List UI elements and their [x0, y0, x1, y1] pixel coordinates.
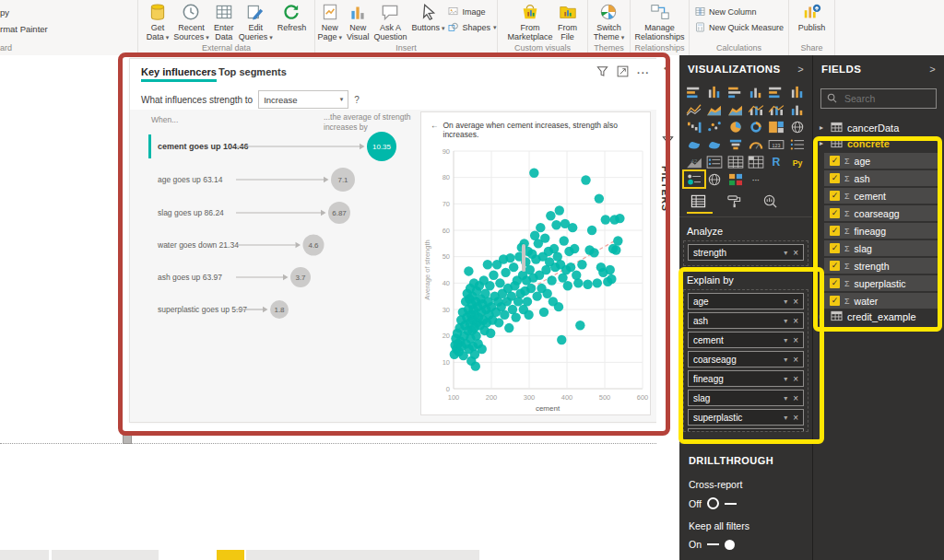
- field-cement[interactable]: ✓Σcement: [824, 188, 938, 204]
- tab-analytics[interactable]: [762, 193, 778, 213]
- data-point[interactable]: [540, 233, 549, 242]
- search-input[interactable]: [843, 92, 938, 105]
- ribbon-button-ask-a-question[interactable]: Ask AQuestion: [372, 2, 408, 43]
- collapse-panel-icon[interactable]: <: [664, 63, 669, 74]
- data-point[interactable]: [495, 278, 504, 287]
- field-pill-cement[interactable]: cement▾×: [688, 332, 804, 348]
- data-point[interactable]: [581, 175, 590, 184]
- data-point[interactable]: [478, 344, 487, 354]
- ribbon-button-recent-sources[interactable]: RecentSources ▾: [171, 2, 211, 43]
- expander-icon[interactable]: ▸: [820, 123, 826, 132]
- data-point[interactable]: [554, 302, 563, 311]
- influencer-label[interactable]: ash goes up 63.97: [158, 273, 222, 282]
- ribbon-button-refresh[interactable]: Refresh: [276, 2, 309, 43]
- field-pill-age[interactable]: age▾×: [688, 293, 804, 309]
- chevron-down-icon[interactable]: ▾: [784, 375, 787, 383]
- data-point[interactable]: [485, 281, 494, 290]
- data-point[interactable]: [505, 253, 514, 262]
- stacked-bar-chart-icon[interactable]: [685, 85, 703, 99]
- filters-funnel-icon[interactable]: [662, 134, 674, 151]
- explain-by-field-well[interactable]: age▾×ash▾×cement▾×coarseagg▾×fineagg▾×sl…: [683, 289, 808, 432]
- visual-filter-icon[interactable]: [596, 64, 608, 81]
- data-point[interactable]: [583, 280, 592, 289]
- ribbon-button-new-column[interactable]: New Column: [694, 6, 784, 18]
- field-pill-fineagg[interactable]: fineagg▾×: [688, 370, 804, 387]
- line-and-clustered-column-chart-icon[interactable]: [767, 102, 785, 116]
- chevron-down-icon[interactable]: ▾: [784, 394, 787, 402]
- data-point[interactable]: [606, 265, 615, 274]
- custom-visual-icon[interactable]: [726, 172, 745, 186]
- data-point[interactable]: [595, 193, 604, 203]
- data-point[interactable]: [568, 223, 577, 232]
- data-point[interactable]: [529, 169, 538, 178]
- ribbon-button-switch-theme[interactable]: SwitchTheme ▾: [592, 2, 626, 43]
- remove-field-icon[interactable]: ×: [793, 316, 798, 326]
- tab-format[interactable]: [726, 193, 742, 213]
- area-chart-icon[interactable]: [705, 102, 724, 116]
- influencer-label[interactable]: cement goes up 104.46: [158, 142, 249, 151]
- key-influencers-icon[interactable]: [685, 172, 703, 186]
- data-point[interactable]: [494, 318, 503, 327]
- stacked-area-chart-icon[interactable]: [726, 102, 745, 116]
- analyze-field-well[interactable]: strength▾×: [683, 240, 808, 266]
- report-canvas[interactable]: Key influencers Top segments ··· What in…: [0, 55, 679, 560]
- influence-direction-select[interactable]: Increase ▾: [258, 90, 348, 109]
- influencer-list-scrollbar[interactable]: [522, 244, 525, 272]
- ribbon-button-from-file[interactable]: FromFile: [556, 2, 580, 43]
- more-options-icon[interactable]: ···: [637, 67, 650, 78]
- data-point[interactable]: [560, 236, 569, 245]
- data-point[interactable]: [524, 310, 533, 320]
- chevron-down-icon[interactable]: ▾: [784, 298, 787, 306]
- data-point[interactable]: [593, 278, 602, 287]
- chevron-down-icon[interactable]: ▾: [784, 336, 787, 344]
- checkbox-checked-icon[interactable]: ✓: [830, 156, 840, 166]
- stacked-column-chart-icon[interactable]: [705, 85, 724, 99]
- filled-map-icon[interactable]: [685, 137, 703, 151]
- data-point[interactable]: [611, 245, 620, 254]
- data-point[interactable]: [501, 268, 510, 277]
- field-ash[interactable]: ✓Σash: [824, 170, 938, 186]
- line-and-stacked-column-chart-icon[interactable]: [747, 102, 765, 116]
- chevron-down-icon[interactable]: ▾: [784, 317, 787, 325]
- 100-stacked-column-chart-icon[interactable]: [788, 85, 807, 99]
- clustered-bar-chart-icon[interactable]: [726, 85, 745, 99]
- python-visual-icon[interactable]: Py: [788, 155, 807, 169]
- data-point[interactable]: [471, 331, 480, 340]
- data-point[interactable]: [509, 262, 518, 272]
- 100-stacked-bar-chart-icon[interactable]: [767, 85, 785, 99]
- remove-field-icon[interactable]: ×: [793, 355, 798, 365]
- ribbon-button-edit-queries[interactable]: EditQueries ▾: [237, 2, 275, 43]
- collapse-right-icon[interactable]: >: [929, 64, 936, 75]
- checkbox-checked-icon[interactable]: ✓: [830, 173, 840, 183]
- ribbon-button-new-visual[interactable]: NewVisual: [345, 2, 371, 43]
- data-point[interactable]: [546, 211, 555, 220]
- funnel-chart-icon[interactable]: [726, 137, 745, 151]
- ribbon-button-get-data[interactable]: GetData ▾: [145, 2, 171, 43]
- selection-resize-handle[interactable]: [123, 435, 132, 444]
- data-point[interactable]: [615, 214, 624, 223]
- table-cancerdata[interactable]: ▸cancerData: [813, 120, 944, 135]
- arcgis-map-icon[interactable]: [705, 172, 724, 186]
- ribbon-button-new-page[interactable]: NewPage ▾: [316, 2, 345, 43]
- data-point[interactable]: [523, 297, 532, 306]
- ribbon-button-enter-data[interactable]: EnterData: [212, 2, 236, 43]
- field-pill-water[interactable]: water▾×: [688, 428, 804, 432]
- data-point[interactable]: [526, 284, 536, 293]
- checkbox-checked-icon[interactable]: ✓: [830, 226, 840, 236]
- ribbon-button-new-quick-measure[interactable]: New Quick Measure: [694, 21, 784, 33]
- data-point[interactable]: [572, 271, 581, 280]
- key-influencers-visual[interactable]: Key influencers Top segments ··· What in…: [129, 58, 658, 423]
- tab-key-influencers[interactable]: Key influencers: [141, 66, 217, 77]
- data-point[interactable]: [536, 223, 545, 232]
- coll apse-right-icon[interactable]: >: [797, 64, 804, 75]
- focus-mode-icon[interactable]: [617, 64, 629, 81]
- filters-panel-label[interactable]: FILTERS: [660, 166, 671, 212]
- checkbox-checked-icon[interactable]: ✓: [830, 261, 840, 271]
- fields-search[interactable]: [820, 88, 937, 109]
- pie-chart-icon[interactable]: [726, 120, 745, 134]
- treemap-icon[interactable]: [767, 120, 785, 134]
- data-point[interactable]: [575, 321, 584, 330]
- field-fineagg[interactable]: ✓Σfineagg: [824, 223, 938, 239]
- ribbon-button-buttons[interactable]: Buttons ▾: [409, 2, 446, 43]
- remove-field-icon[interactable]: ×: [793, 374, 798, 384]
